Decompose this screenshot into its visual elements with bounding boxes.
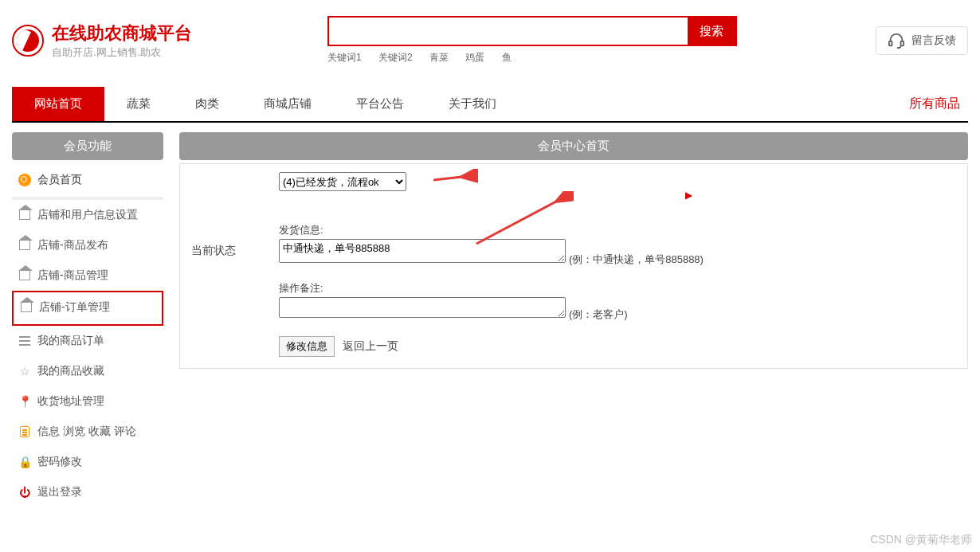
sidebar-item-label: 会员首页 — [37, 173, 82, 187]
main-panel: 会员中心首页 当前状态 (4)已经发货，流程ok ▶ — [179, 132, 968, 369]
panel-title: 会员中心首页 — [179, 132, 968, 160]
sidebar-item-label: 店铺-商品发布 — [37, 238, 108, 253]
note-textarea[interactable] — [279, 297, 566, 318]
sidebar-item-label: 店铺和用户信息设置 — [37, 208, 138, 222]
keyword-link[interactable]: 关键词2 — [378, 52, 413, 63]
sidebar-item-product-manage[interactable]: 店铺-商品管理 — [12, 260, 163, 291]
search-input[interactable] — [329, 18, 688, 45]
svg-rect-0 — [889, 41, 892, 45]
header: 在线助农商城平台 自助开店.网上销售.助农 搜索 关键词1 关键词2 青菜 鸡蛋… — [12, 0, 968, 72]
power-icon: ⏻ — [18, 486, 31, 499]
sidebar-item-label: 店铺-商品管理 — [37, 268, 108, 283]
keyword-link[interactable]: 青菜 — [429, 52, 449, 63]
back-link[interactable]: 返回上一页 — [343, 339, 398, 354]
home-icon — [18, 269, 31, 282]
ship-info-label: 发货信息: — [279, 223, 956, 237]
sidebar-item-label: 退出登录 — [37, 485, 82, 499]
svg-rect-1 — [901, 41, 904, 45]
home-icon — [18, 209, 31, 221]
headset-icon — [888, 32, 905, 49]
sidebar-item-order-manage[interactable]: 店铺-订单管理 — [12, 291, 163, 326]
nav-item-home[interactable]: 网站首页 — [12, 87, 104, 121]
search-box: 搜索 — [327, 16, 737, 46]
sidebar-title: 会员功能 — [12, 132, 163, 160]
nav-all-products[interactable]: 所有商品 — [909, 96, 968, 112]
svg-line-3 — [433, 175, 476, 180]
sidebar-item-member-home[interactable]: 会员首页 — [12, 165, 163, 200]
site-subtitle: 自助开店.网上销售.助农 — [52, 45, 192, 60]
note-hint: (例：老客户) — [569, 308, 628, 320]
lock-icon: 🔒 — [18, 456, 31, 468]
sidebar-item-logout[interactable]: ⏻ 退出登录 — [12, 477, 163, 507]
feedback-label: 留言反馈 — [911, 33, 956, 48]
sidebar: 会员功能 会员首页 店铺和用户信息设置 店铺-商品发布 店铺-商品管理 — [12, 132, 163, 507]
member-home-icon — [18, 174, 31, 186]
site-title: 在线助农商城平台 — [52, 22, 192, 45]
annotation-triangle-icon: ▶ — [685, 190, 692, 201]
sidebar-item-label: 我的商品收藏 — [37, 364, 104, 378]
sidebar-item-shop-user-settings[interactable]: 店铺和用户信息设置 — [12, 200, 163, 230]
keyword-link[interactable]: 鱼 — [502, 52, 512, 63]
main-nav: 网站首页 蔬菜 肉类 商城店铺 平台公告 关于我们 所有商品 — [12, 87, 968, 123]
sidebar-item-my-orders[interactable]: 我的商品订单 — [12, 326, 163, 356]
search-keywords: 关键词1 关键词2 青菜 鸡蛋 鱼 — [327, 51, 737, 65]
note-label: 操作备注: — [279, 281, 956, 296]
document-icon — [18, 425, 31, 438]
sidebar-item-my-favorites[interactable]: ☆ 我的商品收藏 — [12, 356, 163, 386]
sidebar-item-label: 店铺-订单管理 — [39, 300, 110, 315]
sidebar-item-label: 信息 浏览 收藏 评论 — [37, 425, 136, 439]
nav-item[interactable]: 关于我们 — [426, 87, 519, 121]
list-icon — [18, 335, 31, 347]
logo-icon — [12, 25, 44, 57]
status-select[interactable]: (4)已经发货，流程ok — [279, 172, 406, 191]
submit-button[interactable]: 修改信息 — [279, 336, 335, 357]
sidebar-item-label: 我的商品订单 — [37, 334, 104, 348]
sidebar-item-product-publish[interactable]: 店铺-商品发布 — [12, 230, 163, 260]
keyword-link[interactable]: 关键词1 — [327, 52, 362, 63]
ship-info-textarea[interactable] — [279, 239, 566, 263]
sidebar-item-label: 密码修改 — [37, 455, 82, 469]
logo-area[interactable]: 在线助农商城平台 自助开店.网上销售.助农 — [12, 22, 192, 60]
sidebar-item-label: 收货地址管理 — [37, 394, 104, 409]
sidebar-item-address-manage[interactable]: 📍 收货地址管理 — [12, 386, 163, 417]
star-icon: ☆ — [18, 365, 31, 378]
nav-item[interactable]: 蔬菜 — [104, 87, 173, 121]
home-icon — [18, 239, 31, 252]
ship-info-hint: (例：中通快递，单号885888) — [569, 253, 704, 265]
keyword-link[interactable]: 鸡蛋 — [465, 52, 484, 63]
annotation-arrow-icon — [430, 169, 478, 188]
feedback-button[interactable]: 留言反馈 — [876, 26, 968, 55]
nav-item[interactable]: 商城店铺 — [241, 87, 334, 121]
sidebar-item-password[interactable]: 🔒 密码修改 — [12, 447, 163, 477]
sidebar-item-info-browse[interactable]: 信息 浏览 收藏 评论 — [12, 417, 163, 447]
nav-item[interactable]: 肉类 — [173, 87, 241, 121]
search-button[interactable]: 搜索 — [688, 18, 735, 45]
nav-item[interactable]: 平台公告 — [334, 87, 426, 121]
home-icon — [20, 301, 33, 314]
location-icon: 📍 — [18, 395, 31, 408]
row-label-current-status: 当前状态 — [191, 172, 279, 357]
